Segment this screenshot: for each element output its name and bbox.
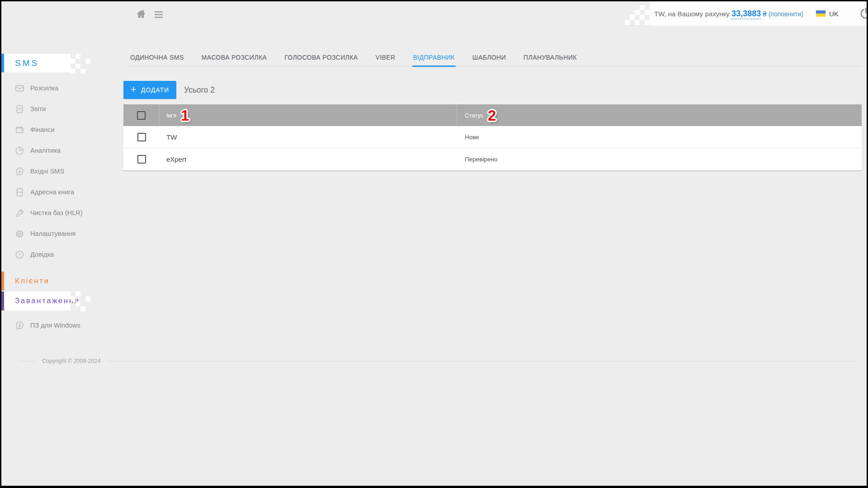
header-name: Ім'я 1 xyxy=(160,104,457,126)
add-button-label: ДОДАТИ xyxy=(141,86,169,94)
sender-name: eXpert xyxy=(160,148,457,170)
tab-planuvalnyk[interactable]: ПЛАНУВАЛЬНИК xyxy=(523,49,578,67)
sidebar-section-sms[interactable]: SMS xyxy=(1,54,71,72)
header-checkbox-cell xyxy=(123,104,160,126)
home-button[interactable] xyxy=(136,9,146,21)
sidebar-item-label: Чистка баз (HLR) xyxy=(30,209,83,216)
balance-prefix: TW, на Вашому рахунку xyxy=(654,10,730,18)
language-label: UK xyxy=(829,10,839,18)
sidebar-item-label: Аналітика xyxy=(30,147,61,154)
header-name-label: Ім'я xyxy=(166,112,176,119)
row-checkbox[interactable] xyxy=(137,155,146,164)
table-row[interactable]: TW Нове xyxy=(123,126,862,148)
sidebar-item-pz-windows[interactable]: ПЗ для Windows xyxy=(15,315,80,336)
menu-button[interactable] xyxy=(154,10,164,20)
svg-text:?: ? xyxy=(19,252,21,258)
ukraine-flag-icon xyxy=(816,10,826,17)
gear-icon xyxy=(15,229,24,239)
report-icon xyxy=(15,104,24,114)
sidebar-item-rozsylka[interactable]: Розсилка xyxy=(15,78,119,99)
balance-amount[interactable]: 33,3883 xyxy=(731,9,761,19)
sidebar-item-nalashtuvannia[interactable]: Налаштування xyxy=(15,223,119,244)
divider-line xyxy=(19,361,36,361)
table-row[interactable]: eXpert Перевірено xyxy=(123,148,862,170)
sidebar-item-label: Фінанси xyxy=(30,126,55,133)
sidebar-item-label: Довідка xyxy=(30,251,54,258)
downloads-stripe xyxy=(1,291,4,310)
clients-section-label: Клієнти xyxy=(15,277,49,286)
sidebar-item-label: Вхідні SMS xyxy=(30,168,64,175)
tab-holosova-rozsylka[interactable]: ГОЛОСОВА РОЗСИЛКА xyxy=(283,49,359,67)
pie-chart-icon xyxy=(15,146,24,155)
tab-viber[interactable]: VIBER xyxy=(374,49,396,67)
sidebar-item-vkhidni-sms[interactable]: Вхідні SMS xyxy=(15,161,119,182)
balance-text: TW, на Вашому рахунку 33,3883 ₴ (поповни… xyxy=(654,9,803,19)
tab-shablony[interactable]: ШАБЛОНИ xyxy=(472,49,507,67)
row-checkbox[interactable] xyxy=(137,133,146,141)
sidebar-section-downloads[interactable]: Завантаження xyxy=(1,291,71,310)
sender-name: TW xyxy=(160,126,457,148)
row-checkbox-cell xyxy=(123,126,160,148)
downloads-section-label: Завантаження xyxy=(15,296,80,305)
sidebar-item-chystka-baz[interactable]: Чистка баз (HLR) xyxy=(15,202,119,223)
help-circle-icon: ? xyxy=(15,250,24,259)
header-status: Статус 2 xyxy=(457,104,862,126)
clients-stripe xyxy=(1,272,4,291)
content-tabs: ОДИНОЧНА SMS МАСОВА РОЗСИЛКА ГОЛОСОВА РО… xyxy=(127,49,862,66)
senders-table: Ім'я 1 Статус 2 TW Нове eXpert Перевірен… xyxy=(123,104,862,171)
home-icon xyxy=(136,9,146,19)
envelope-icon xyxy=(15,84,24,93)
sidebar-item-analityka[interactable]: Аналітика xyxy=(15,140,119,161)
total-count: Усього 2 xyxy=(184,81,215,99)
sms-active-stripe xyxy=(1,54,4,72)
row-checkbox-cell xyxy=(123,148,160,170)
topup-link[interactable]: (поповнити) xyxy=(769,10,803,18)
sidebar-item-adresna-knyha[interactable]: Адресна книга xyxy=(15,182,119,202)
sidebar-item-label: Розсилка xyxy=(30,84,58,92)
wallet-icon xyxy=(15,125,24,135)
hamburger-icon xyxy=(154,10,164,19)
sidebar-item-label: Налаштування xyxy=(30,230,75,237)
sender-status: Нове xyxy=(457,126,862,148)
header-status-label: Статус xyxy=(465,112,483,119)
sidebar-item-label: Адресна книга xyxy=(30,188,74,196)
annotation-2: 2 xyxy=(488,108,496,123)
account-panel: TW, на Вашому рахунку 33,3883 ₴ (поповни… xyxy=(650,1,868,26)
sidebar-item-label: Звіти xyxy=(30,105,46,113)
sidebar-section-clients[interactable]: Клієнти xyxy=(1,272,49,291)
select-all-checkbox[interactable] xyxy=(137,111,146,120)
address-book-icon xyxy=(15,188,24,197)
tab-masova-rozsylka[interactable]: МАСОВА РОЗСИЛКА xyxy=(201,49,268,67)
download-circle-icon xyxy=(15,321,24,330)
power-icon xyxy=(859,7,868,19)
wrench-icon xyxy=(15,208,24,218)
currency-symbol: ₴ xyxy=(763,10,766,18)
sidebar-item-finansy[interactable]: Фінанси xyxy=(15,119,119,140)
sidebar-item-zvity[interactable]: Звіти xyxy=(15,99,119,119)
incoming-bubble-icon xyxy=(15,167,24,176)
pz-windows-label: ПЗ для Windows xyxy=(30,322,80,329)
app-window: TW, на Вашому рахунку 33,3883 ₴ (поповни… xyxy=(0,0,868,488)
table-header: Ім'я 1 Статус 2 xyxy=(123,104,862,126)
annotation-1: 1 xyxy=(181,108,189,123)
plus-icon: + xyxy=(131,84,137,94)
logout-button[interactable] xyxy=(859,7,868,21)
language-switcher[interactable]: UK xyxy=(816,10,839,18)
copyright-text: Copyright © 2008-2024 xyxy=(42,358,100,364)
sms-section-label: SMS xyxy=(15,58,39,68)
divider-line xyxy=(107,361,856,361)
add-button[interactable]: + ДОДАТИ xyxy=(123,81,176,99)
sidebar-item-dovidka[interactable]: ? Довідка xyxy=(15,244,119,265)
tab-vidpravnyk[interactable]: ВІДПРАВНИК xyxy=(412,49,456,67)
sidebar-menu: Розсилка Звіти Фінанси Аналітика xyxy=(15,78,119,265)
tab-odynochna-sms[interactable]: ОДИНОЧНА SMS xyxy=(129,49,185,67)
copyright-footer: Copyright © 2008-2024 xyxy=(19,358,856,364)
sender-status: Перевірено xyxy=(457,148,862,170)
